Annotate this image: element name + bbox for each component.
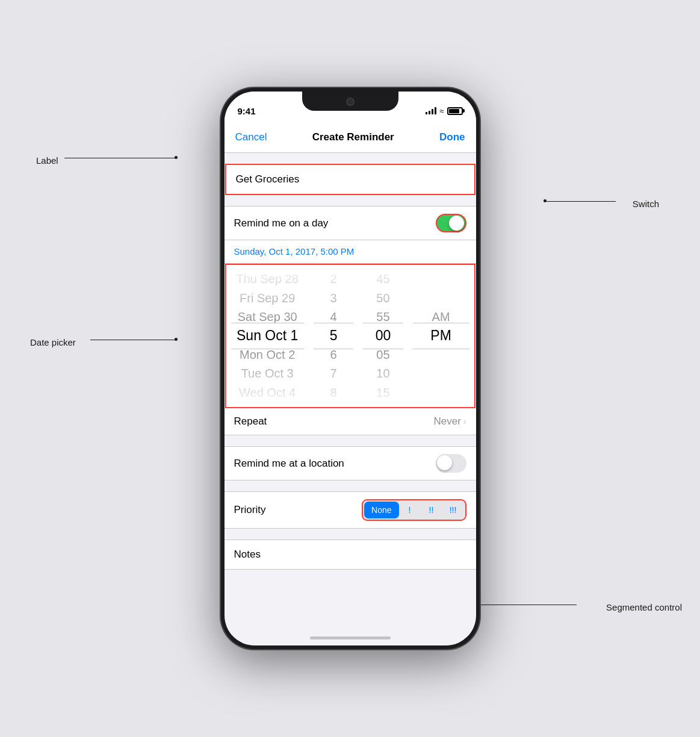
annotation-segmented-control: Segmented control [606,602,682,612]
repeat-chevron-icon: › [463,417,466,426]
reminder-label-input[interactable] [236,173,465,185]
annotation-switch-line [547,201,616,202]
picker-min-2: 55 [358,308,407,326]
priority-segmented-control[interactable]: None ! !! !!! [362,499,466,521]
picker-date-selected: Sun Oct 1 [226,326,309,345]
priority-seg-high[interactable]: !!! [442,502,464,518]
battery-icon [447,107,463,115]
picker-ampm-6 [408,384,474,402]
picker-ampm-0 [408,270,474,288]
picker-ampm-4 [408,346,474,364]
annotation-label: Label [36,155,58,166]
spacer-4 [225,480,476,491]
outer-wrapper: Label Switch Date picker Segmented contr… [0,0,700,737]
front-camera [346,98,355,106]
location-toggle-knob [437,455,452,470]
picker-min-4: 05 [358,346,407,364]
annotation-switch-dot [544,199,547,202]
notch [302,92,398,111]
picker-hour-5: 7 [309,364,358,383]
spacer-1 [225,153,476,164]
phone-frame: 9:41 ≈ Cancel Create Remi [221,88,480,649]
picker-min-5: 10 [358,364,407,383]
home-indicator[interactable] [310,636,391,639]
status-time: 9:41 [238,106,256,116]
picker-hour-0: 2 [309,270,358,288]
repeat-value-text: Never [433,415,460,428]
priority-seg-none[interactable]: None [364,502,398,518]
content-area: Remind me on a day Sunday, Oct 1, 2017, … [225,153,476,606]
picker-date-2: Sat Sep 30 [226,308,309,326]
picker-date-4: Mon Oct 2 [226,346,309,364]
priority-row: Priority None ! !! !!! [225,492,476,528]
notes-row[interactable]: Notes [225,540,476,570]
wifi-icon: ≈ [439,107,444,116]
priority-section: Priority None ! !! !!! [225,491,476,529]
date-picker[interactable]: Thu Sep 28 Fri Sep 29 Sat Sep 30 Sun Oct… [226,270,474,402]
status-icons: ≈ [426,107,462,116]
notes-label: Notes [234,549,261,560]
picker-min-6: 15 [358,384,407,402]
done-button[interactable]: Done [439,131,465,143]
screen: 9:41 ≈ Cancel Create Remi [225,92,476,645]
picker-col-date[interactable]: Thu Sep 28 Fri Sep 29 Sat Sep 30 Sun Oct… [226,270,309,402]
spacer-2 [225,195,476,206]
remind-day-row: Remind me on a day [225,207,476,240]
priority-seg-low[interactable]: ! [399,502,421,518]
spacer-bottom [225,570,476,606]
picker-date-1: Fri Sep 29 [226,288,309,307]
picker-ampm-1 [408,288,474,307]
picker-hour-1: 3 [309,288,358,307]
battery-fill [449,109,459,113]
location-row: Remind me at a location [225,447,476,480]
picker-col-hour[interactable]: 2 3 4 5 6 7 8 [309,270,358,402]
picker-date-5: Tue Oct 3 [226,364,309,383]
nav-bar: Cancel Create Reminder Done [225,122,476,153]
signal-icon [426,107,436,114]
picker-date-6: Wed Oct 4 [226,384,309,402]
remind-day-label: Remind me on a day [234,217,329,229]
location-toggle[interactable] [436,454,466,473]
picker-hour-6: 8 [309,384,358,402]
picker-ampm-selected: PM [408,326,474,345]
annotation-date-picker: Date picker [30,337,76,347]
toggle-knob [449,216,464,231]
picker-col-minute[interactable]: 45 50 55 00 05 10 15 [358,270,407,402]
picker-hour-selected: 5 [309,326,358,345]
cancel-button[interactable]: Cancel [235,131,267,143]
picker-hour-2: 4 [309,308,358,326]
remind-day-toggle[interactable] [436,214,466,232]
picker-date-0: Thu Sep 28 [226,270,309,288]
picker-ampm-5 [408,364,474,383]
picker-hour-4: 6 [309,346,358,364]
picker-col-ampm[interactable]: AM PM [408,270,474,402]
priority-seg-medium[interactable]: !! [421,502,442,518]
repeat-label: Repeat [234,415,267,428]
remind-day-section: Remind me on a day Sunday, Oct 1, 2017, … [225,206,476,435]
annotation-date-picker-dot [175,338,178,341]
repeat-value: Never › [433,415,466,428]
annotation-date-picker-line [90,340,176,340]
spacer-5 [225,529,476,540]
priority-label: Priority [234,504,266,516]
annotation-switch: Switch [633,199,659,209]
location-section: Remind me at a location [225,446,476,480]
selected-date-text: Sunday, Oct 1, 2017, 5:00 PM [234,246,355,257]
date-display-row: Sunday, Oct 1, 2017, 5:00 PM [225,240,476,264]
annotation-label-line [64,158,176,158]
annotation-segmented-control-line [477,605,577,605]
picker-min-0: 45 [358,270,407,288]
spacer-3 [225,435,476,446]
annotation-label-dot [175,156,178,159]
picker-min-1: 50 [358,288,407,307]
picker-min-selected: 00 [358,326,407,345]
location-label: Remind me at a location [234,458,344,470]
picker-ampm-2: AM [408,308,474,326]
label-input-row [225,164,475,195]
nav-title: Create Reminder [312,131,394,143]
date-picker-container: Thu Sep 28 Fri Sep 29 Sat Sep 30 Sun Oct… [225,264,475,408]
repeat-row[interactable]: Repeat Never › [225,408,476,435]
